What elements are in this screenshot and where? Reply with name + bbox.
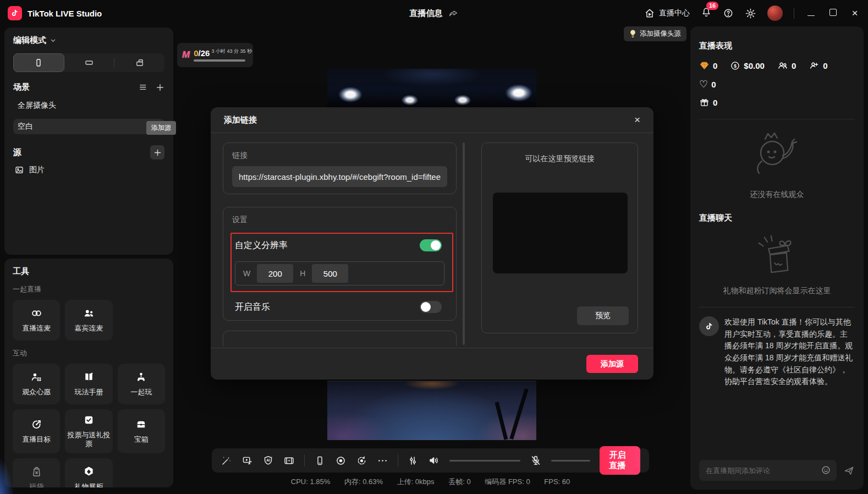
link-section: 链接 (223, 142, 457, 194)
scene-item-fullscreen-camera[interactable]: 全屏摄像头 (13, 98, 164, 113)
camera-rotate-icon[interactable] (356, 455, 367, 466)
tool-card-playbook[interactable]: 玩法手册 (65, 364, 112, 404)
notifications-button[interactable]: 16 (701, 7, 712, 20)
mic-volume-slider[interactable] (551, 460, 590, 462)
virtual-background-icon[interactable] (283, 455, 295, 466)
home-icon (644, 8, 655, 19)
toggle-knob (421, 302, 431, 312)
tool-card-live-match[interactable]: 直播连麦 (13, 300, 60, 341)
resolution-inputs: W H (235, 261, 444, 286)
comment-row (699, 460, 855, 481)
milestone-icon: M (182, 50, 190, 61)
modal-header: 添加链接 × (211, 107, 653, 133)
maximize-button[interactable] (827, 8, 838, 18)
panel-divider (699, 307, 855, 308)
preview-screen (493, 193, 628, 273)
timer-progress-bar (194, 59, 245, 62)
settings-label: 设置 (232, 215, 447, 225)
performance-stats: 0 $ $0.00 0 0 ♡ 0 (699, 60, 855, 108)
user-avatar[interactable] (767, 6, 783, 21)
preview-button[interactable]: 预览 (577, 306, 629, 325)
layout-tab-landscape[interactable] (64, 53, 114, 72)
layout-tab-floating[interactable] (114, 53, 164, 72)
share-icon[interactable] (448, 8, 459, 19)
link-url-input[interactable] (232, 166, 447, 187)
add-scene-icon[interactable] (156, 83, 164, 92)
panel-divider (699, 119, 855, 119)
add-camera-tip[interactable]: 添加摄像头源 (624, 26, 686, 41)
tool-card-polls[interactable]: 投票与送礼投票 (65, 409, 112, 453)
timer-current: 0 (194, 49, 198, 57)
scenes-title: 场景 (13, 82, 30, 92)
tool-card-live-goal[interactable]: 直播目标 (13, 409, 60, 453)
tool-card-gift-showcase[interactable]: 礼物展柜 (65, 458, 112, 488)
toolbar-divider (304, 454, 305, 466)
lucky-bag-icon (30, 465, 43, 478)
custom-resolution-label: 自定义分辨率 (235, 240, 288, 251)
timer-duration: 3 小时 43 分 35 秒 (211, 47, 252, 56)
height-input[interactable] (312, 264, 348, 283)
scene-list-icon[interactable] (139, 83, 148, 92)
toggle-knob (431, 240, 441, 250)
minimize-icon (807, 15, 815, 16)
layout-tab-portrait[interactable] (13, 53, 64, 72)
tool-card-lucky-bag[interactable]: 福袋 (13, 458, 60, 488)
speaker-volume-slider[interactable] (449, 460, 520, 462)
add-link-modal: 添加链接 × 链接 设置 自定义分辨率 W (211, 107, 653, 380)
modal-close-icon[interactable]: × (634, 114, 640, 126)
help-icon[interactable] (723, 8, 734, 19)
maximize-icon (829, 9, 837, 16)
tool-card-treasure-box[interactable]: 宝箱 (118, 409, 165, 453)
live-info-title: 直播信息 (410, 8, 443, 19)
mobile-icon[interactable] (314, 455, 326, 466)
corner-glow (0, 455, 14, 494)
chevron-down-icon (50, 37, 56, 43)
tool-card-wishlist[interactable]: 观众心愿 (13, 364, 60, 404)
no-viewers-empty-state: 还没有在线观众 (699, 127, 855, 200)
settings-gear-icon[interactable] (745, 8, 756, 19)
live-panel: 直播表现 0 $ $0.00 0 (690, 26, 864, 490)
waving-person-doodle (741, 127, 814, 184)
tool-card-guest-match[interactable]: 嘉宾连麦 (65, 300, 112, 341)
comment-input[interactable] (699, 460, 837, 481)
microphone-muted-icon[interactable] (530, 454, 542, 466)
add-source-button[interactable] (150, 145, 164, 160)
audio-mixer-icon[interactable] (407, 455, 419, 466)
scene-item-blank[interactable]: 空白 (13, 119, 164, 134)
send-icon[interactable] (843, 465, 855, 476)
media-music-icon[interactable] (241, 455, 253, 466)
scenes-panel: 编辑模式 场景 (4, 28, 173, 255)
width-input[interactable] (257, 264, 293, 283)
modal-add-source-button[interactable]: 添加源 (586, 355, 638, 373)
notification-badge: 16 (706, 2, 718, 10)
record-icon[interactable] (335, 455, 347, 466)
custom-resolution-toggle[interactable] (420, 239, 442, 251)
lightbulb-icon (629, 29, 636, 39)
go-live-button[interactable]: 开启直播 (600, 446, 640, 475)
system-welcome-message: 欢迎使用 TikTok 直播！你可以与其他用户实时互动，享受直播的乐趣。主播必须… (699, 316, 855, 388)
ai-badge-icon[interactable]: AI (262, 455, 274, 466)
next-settings-section-partial (223, 331, 457, 346)
enhance-wand-icon[interactable] (221, 455, 232, 466)
checkbox-icon (83, 414, 95, 426)
gem-hexagon-icon (83, 465, 95, 478)
titlebar: TikTok LIVE Studio 直播信息 直播中心 16 (0, 0, 868, 26)
tiktok-logo-icon (8, 6, 22, 20)
gift-icon (699, 97, 710, 108)
emoji-icon[interactable] (821, 465, 831, 475)
tool-card-play-together[interactable]: 一起玩 (118, 364, 165, 404)
more-options-icon[interactable] (377, 455, 388, 466)
live-center-button[interactable]: 直播中心 (644, 8, 690, 19)
close-button[interactable]: × (849, 7, 860, 19)
stat-new-followers: 0 (809, 60, 827, 71)
speaker-icon[interactable] (428, 454, 440, 466)
live-timer-badge[interactable]: M 0 /26 3 小时 43 分 35 秒 (177, 43, 253, 67)
memory-stat: 内存: 0.63% (344, 477, 383, 486)
svg-text:AI: AI (266, 458, 270, 462)
tiktok-note-icon (699, 316, 719, 336)
edit-mode-dropdown[interactable]: 编辑模式 (13, 35, 164, 46)
minimize-button[interactable] (805, 8, 816, 18)
music-toggle[interactable] (420, 301, 442, 313)
source-item-image[interactable]: 图片 (13, 165, 164, 175)
modal-scrollbar[interactable] (463, 142, 465, 345)
